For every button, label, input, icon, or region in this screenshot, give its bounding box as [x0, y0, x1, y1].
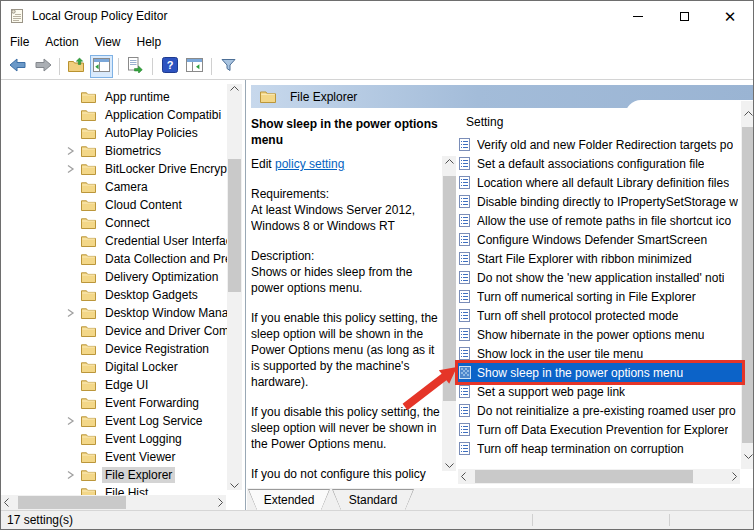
- menu-action[interactable]: Action: [37, 31, 86, 53]
- list-hscroll-thumb[interactable]: [475, 470, 693, 483]
- tree-item-desktop-gadgets[interactable]: Desktop Gadgets: [1, 286, 245, 304]
- description-scroll-thumb[interactable]: [443, 176, 456, 401]
- folder-icon: [81, 235, 97, 247]
- forward-button[interactable]: [31, 55, 54, 78]
- menu-help[interactable]: Help: [129, 31, 170, 53]
- scroll-down-icon[interactable]: [227, 483, 242, 488]
- new-window-button[interactable]: [183, 55, 206, 78]
- tree-item-app-runtime[interactable]: App runtime: [1, 88, 245, 106]
- scroll-left-icon[interactable]: [4, 495, 9, 510]
- menu-view[interactable]: View: [87, 31, 129, 53]
- scroll-right-icon[interactable]: [218, 495, 223, 510]
- tree-item-application-compatibi[interactable]: Application Compatibi: [1, 106, 245, 124]
- folder-icon: [81, 181, 97, 193]
- chevron-right-icon[interactable]: [65, 163, 77, 175]
- setting-row[interactable]: Allow the use of remote paths in file sh…: [458, 211, 742, 230]
- tree-item-credential-user-interfac[interactable]: Credential User Interfac: [1, 232, 245, 250]
- tree-vscroll-thumb[interactable]: [228, 159, 241, 292]
- back-button[interactable]: [6, 55, 29, 78]
- help-button[interactable]: ?: [158, 55, 181, 78]
- scroll-right-icon[interactable]: [732, 469, 737, 484]
- tree-vertical-scrollbar[interactable]: [227, 84, 242, 490]
- setting-row[interactable]: Configure Windows Defender SmartScreen: [458, 230, 742, 249]
- tree-item-label: Data Collection and Pre: [102, 251, 235, 267]
- folder-icon: [81, 307, 97, 319]
- tree-item-event-viewer[interactable]: Event Viewer: [1, 448, 245, 466]
- setting-row[interactable]: Turn off numerical sorting in File Explo…: [458, 287, 742, 306]
- setting-row[interactable]: Turn off Data Execution Prevention for E…: [458, 420, 742, 439]
- tree-item-edge-ui[interactable]: Edge UI: [1, 376, 245, 394]
- tree-item-biometrics[interactable]: Biometrics: [1, 142, 245, 160]
- setting-row[interactable]: Show sleep in the power options menu: [458, 363, 742, 382]
- tree-item-digital-locker[interactable]: Digital Locker: [1, 358, 245, 376]
- tree-item-file-explorer[interactable]: File Explorer: [1, 466, 245, 484]
- show-console-tree-button[interactable]: [90, 55, 113, 78]
- tab-label: Standard: [333, 490, 413, 510]
- scroll-down-icon[interactable]: [442, 463, 457, 468]
- scroll-up-icon[interactable]: [442, 159, 457, 164]
- setting-row[interactable]: Turn off heap termination on corruption: [458, 439, 742, 458]
- toolbar-separator: [118, 58, 119, 75]
- setting-row[interactable]: Set a support web page link: [458, 382, 742, 401]
- list-horizontal-scrollbar[interactable]: [458, 469, 740, 484]
- tree-item-cloud-content[interactable]: Cloud Content: [1, 196, 245, 214]
- setting-column-header[interactable]: Setting: [466, 115, 503, 129]
- export-list-button[interactable]: [124, 55, 147, 78]
- setting-label: Turn off heap termination on corruption: [477, 442, 684, 456]
- export-list-icon: [128, 57, 143, 76]
- policy-setting-link[interactable]: policy setting: [275, 157, 344, 171]
- policy-description: Show sleep in the power options menu Edi…: [251, 116, 441, 494]
- tree-item-event-forwarding[interactable]: Event Forwarding: [1, 394, 245, 412]
- setting-row[interactable]: Disable binding directly to IPropertySet…: [458, 192, 742, 211]
- setting-row[interactable]: Do not show the 'new application install…: [458, 268, 742, 287]
- setting-label: Verify old and new Folder Redirection ta…: [477, 138, 733, 152]
- tree-item-label: Device and Driver Com: [102, 323, 232, 339]
- tree-hscroll-thumb[interactable]: [18, 496, 126, 509]
- tree-item-camera[interactable]: Camera: [1, 178, 245, 196]
- tree-item-event-log-service[interactable]: Event Log Service: [1, 412, 245, 430]
- tab-standard[interactable]: Standard: [332, 489, 414, 510]
- chevron-right-icon[interactable]: [65, 469, 77, 481]
- toolbar: ?: [1, 53, 753, 80]
- setting-row[interactable]: Do not reinitialize a pre-existing roame…: [458, 401, 742, 420]
- scroll-up-icon[interactable]: [227, 86, 242, 91]
- scroll-down-icon[interactable]: [741, 454, 754, 459]
- up-one-level-button[interactable]: [65, 55, 88, 78]
- scroll-left-icon[interactable]: [461, 469, 466, 484]
- chevron-right-icon[interactable]: [65, 415, 77, 427]
- chevron-right-icon[interactable]: [65, 145, 77, 157]
- setting-row[interactable]: Set a default associations configuration…: [458, 154, 742, 173]
- setting-row[interactable]: Turn off shell protocol protected mode: [458, 306, 742, 325]
- tree-item-autoplay-policies[interactable]: AutoPlay Policies: [1, 124, 245, 142]
- setting-row[interactable]: Location where all default Library defin…: [458, 173, 742, 192]
- menu-file[interactable]: File: [2, 31, 37, 53]
- tree-item-device-registration[interactable]: Device Registration: [1, 340, 245, 358]
- setting-row[interactable]: Verify old and new Folder Redirection ta…: [458, 135, 742, 154]
- tree-item-delivery-optimization[interactable]: Delivery Optimization: [1, 268, 245, 286]
- policy-icon: [459, 423, 472, 436]
- folder-icon: [81, 379, 97, 391]
- tree-horizontal-scrollbar[interactable]: [1, 495, 226, 510]
- list-vscroll-thumb[interactable]: [742, 127, 754, 443]
- list-vertical-scrollbar[interactable]: [741, 101, 754, 469]
- minimize-button[interactable]: [615, 1, 661, 31]
- maximize-button[interactable]: [661, 1, 707, 31]
- close-button[interactable]: ✕: [707, 1, 753, 31]
- help-icon: ?: [162, 57, 178, 76]
- tab-extended[interactable]: Extended: [248, 489, 330, 510]
- tree-item-device-and-driver-com[interactable]: Device and Driver Com: [1, 322, 245, 340]
- chevron-right-icon[interactable]: [65, 307, 77, 319]
- tree-item-event-logging[interactable]: Event Logging: [1, 430, 245, 448]
- tree-item-bitlocker-drive-encrypt[interactable]: BitLocker Drive Encrypt: [1, 160, 245, 178]
- folder-icon: [81, 91, 97, 103]
- description-scrollbar[interactable]: [442, 156, 457, 471]
- setting-row[interactable]: Show hibernate in the power options menu: [458, 325, 742, 344]
- tree-item-desktop-window-mana[interactable]: Desktop Window Mana: [1, 304, 245, 322]
- scroll-up-icon[interactable]: [741, 111, 754, 116]
- tree-item-label: Desktop Window Mana: [102, 305, 231, 321]
- setting-row[interactable]: Show lock in the user tile menu: [458, 344, 742, 363]
- filter-button[interactable]: [217, 55, 240, 78]
- tree-item-connect[interactable]: Connect: [1, 214, 245, 232]
- tree-item-data-collection-and-pre[interactable]: Data Collection and Pre: [1, 250, 245, 268]
- setting-row[interactable]: Start File Explorer with ribbon minimize…: [458, 249, 742, 268]
